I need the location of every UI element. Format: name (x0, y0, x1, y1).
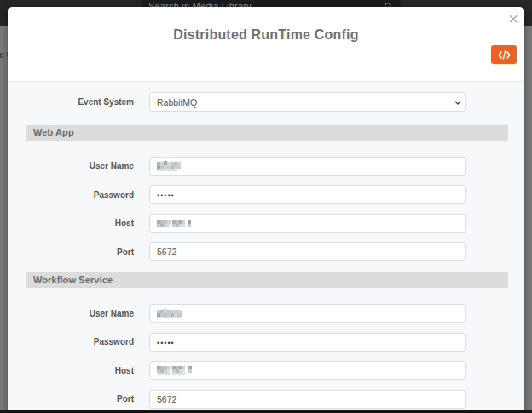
password-label: Password (26, 337, 134, 346)
webapp-username-row: User Name (26, 157, 508, 176)
modal-body: Event System RabbitMQ Web App User Name (8, 82, 524, 412)
redacted-value (157, 161, 182, 171)
host-label: Host (26, 218, 134, 228)
section-header-workflow-service: Workflow Service (26, 272, 508, 288)
event-system-value: RabbitMQ (157, 97, 197, 108)
distributed-runtime-config-modal: × Distributed RunTime Config Event Syste… (8, 7, 524, 413)
code-view-button[interactable] (491, 45, 517, 64)
redacted-value (157, 365, 192, 375)
port-label: Port (26, 394, 134, 404)
workflow-username-input[interactable] (149, 304, 466, 323)
host-label: Host (26, 366, 134, 375)
webapp-port-row: Port 5672 (26, 242, 508, 261)
event-system-row: Event System RabbitMQ (26, 92, 508, 112)
chevron-down-icon (454, 101, 461, 105)
workflow-username-row: User Name (26, 304, 508, 323)
password-mask: ••••• (157, 189, 175, 200)
modal-title: Distributed RunTime Config (8, 27, 524, 43)
window-bottom-edge (0, 410, 532, 413)
webapp-username-input[interactable] (149, 157, 466, 176)
username-label: User Name (26, 309, 134, 318)
workflow-port-row: Port 5672 (26, 390, 508, 409)
section-header-web-app: Web App (26, 125, 508, 141)
event-system-select[interactable]: RabbitMQ (149, 92, 466, 112)
workflow-host-row: Host (26, 361, 508, 380)
workflow-port-input[interactable]: 5672 (149, 390, 466, 409)
password-label: Password (26, 190, 134, 200)
close-icon[interactable]: × (508, 10, 518, 27)
webapp-host-input[interactable] (149, 214, 466, 233)
workflow-host-input[interactable] (149, 361, 466, 380)
password-mask: ••••• (157, 337, 175, 347)
code-icon (498, 50, 511, 60)
modal-header: × Distributed RunTime Config (8, 7, 524, 82)
webapp-port-input[interactable]: 5672 (149, 242, 466, 261)
port-value: 5672 (157, 247, 176, 257)
workflow-password-row: Password ••••• (26, 333, 508, 352)
username-label: User Name (26, 161, 134, 171)
redacted-value (157, 309, 182, 318)
redacted-value (157, 219, 191, 228)
workflow-password-input[interactable]: ••••• (149, 333, 466, 352)
section-title: Workflow Service (33, 275, 113, 285)
webapp-host-row: Host (26, 214, 508, 233)
section-title: Web App (33, 127, 74, 137)
port-value: 5672 (157, 394, 176, 404)
event-system-label: Event System (26, 97, 134, 107)
webapp-password-input[interactable]: ••••• (149, 185, 466, 204)
port-label: Port (26, 247, 134, 257)
webapp-password-row: Password ••••• (26, 185, 508, 204)
